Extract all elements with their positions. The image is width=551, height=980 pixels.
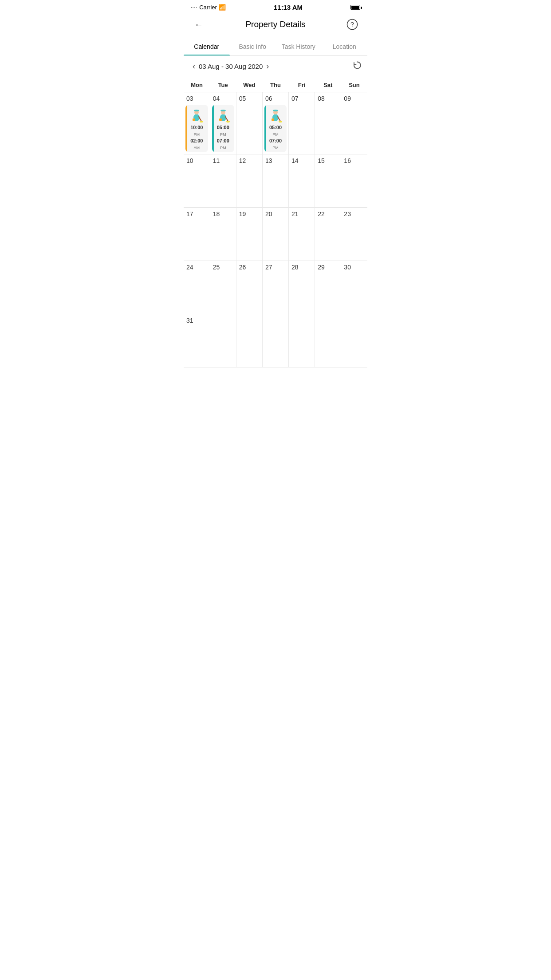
calendar-day-cell[interactable]: 12 [236,154,262,208]
calendar-day-cell[interactable] [236,314,262,368]
day-number: 17 [185,209,208,219]
calendar-day-cell[interactable]: 31 [184,314,210,368]
day-number: 21 [291,209,313,219]
calendar-day-cell[interactable]: 30 [341,261,367,314]
day-number [212,316,234,319]
calendar-week-row: 31 [184,314,367,368]
event-times: 05:00 PM 07:00 PM [214,124,232,150]
day-number: 13 [264,156,287,166]
tab-task-history[interactable]: Task History [276,38,322,55]
svg-point-13 [220,110,226,111]
day-number: 08 [317,94,339,104]
calendar-day-cell[interactable]: 28 [289,261,315,314]
event-card[interactable]: 05:00 PM 07:00 PM [212,105,234,152]
calendar-day-cell[interactable] [210,314,236,368]
calendar-day-cell[interactable]: 14 [289,154,315,208]
calendar-day-cell[interactable]: 09 [341,92,367,154]
tab-bar: Calendar Basic Info Task History Locatio… [184,38,367,56]
weekday-header-row: Mon Tue Wed Thu Fri Sat Sun [184,77,367,92]
calendar-day-cell[interactable]: 18 [210,208,236,261]
event-times: 10:00 PM 02:00 AM [188,124,206,150]
calendar-day-cell[interactable]: 13 [262,154,288,208]
calendar-day-cell[interactable] [262,314,288,368]
day-number: 15 [317,156,339,166]
status-bar-left: ···· Carrier 📶 [191,4,226,11]
calendar-day-cell[interactable] [289,314,315,368]
calendar-day-cell[interactable]: 24 [184,261,210,314]
day-number [317,316,339,319]
day-number: 27 [264,263,287,273]
tab-location[interactable]: Location [322,38,368,55]
calendar-week-row: 24252627282930 [184,261,367,314]
svg-rect-12 [219,119,222,121]
tab-calendar[interactable]: Calendar [184,38,230,55]
calendar-day-cell[interactable]: 15 [315,154,341,208]
day-number: 12 [238,156,260,166]
calendar-day-cell[interactable]: 04 05:00 PM [210,92,236,154]
next-month-button[interactable]: › [263,62,272,71]
calendar-table: Mon Tue Wed Thu Fri Sat Sun 03 [184,77,367,368]
tab-basic-info[interactable]: Basic Info [230,38,276,55]
calendar-day-cell[interactable]: 03 10:00 PM [184,92,210,154]
refresh-button[interactable] [352,60,362,72]
svg-rect-6 [193,119,195,121]
carrier-label: Carrier [199,4,217,11]
day-number: 28 [291,263,313,273]
calendar-day-cell[interactable]: 21 [289,208,315,261]
day-number: 09 [343,94,366,104]
header: ← Property Details ? [184,13,367,38]
day-number: 24 [185,263,208,273]
back-button[interactable]: ← [191,16,207,32]
day-number: 11 [212,156,234,166]
event-card[interactable]: 10:00 PM 02:00 AM [185,105,208,152]
weekday-tue: Tue [210,77,236,92]
calendar-day-cell[interactable]: 29 [315,261,341,314]
weekday-thu: Thu [262,77,288,92]
calendar-day-cell[interactable]: 06 05:00 PM [262,92,288,154]
svg-point-11 [226,121,230,122]
calendar-day-cell[interactable]: 16 [341,154,367,208]
signal-icon: ···· [191,5,197,10]
weekday-mon: Mon [184,77,210,92]
svg-point-17 [279,121,282,122]
calendar-day-cell[interactable] [315,314,341,368]
calendar-day-cell[interactable]: 25 [210,261,236,314]
day-number: 30 [343,263,366,273]
calendar-day-cell[interactable]: 10 [184,154,210,208]
day-number: 26 [238,263,260,273]
day-number: 05 [238,94,260,104]
calendar-day-cell[interactable]: 27 [262,261,288,314]
help-button[interactable]: ? [344,16,360,32]
calendar-day-cell[interactable]: 19 [236,208,262,261]
calendar-day-cell[interactable]: 05 [236,92,262,154]
svg-point-19 [273,110,278,111]
prev-month-button[interactable]: ‹ [189,62,199,71]
calendar-day-cell[interactable] [341,314,367,368]
wifi-icon: 📶 [219,4,226,11]
day-number: 31 [185,316,208,326]
weekday-wed: Wed [236,77,262,92]
weekday-fri: Fri [289,77,315,92]
calendar-day-cell[interactable]: 22 [315,208,341,261]
time-label: 11:13 AM [274,4,303,11]
day-number: 06 [264,94,287,104]
calendar-day-cell[interactable]: 11 [210,154,236,208]
day-number: 18 [212,209,234,219]
calendar-day-cell[interactable]: 08 [315,92,341,154]
event-card[interactable]: 05:00 PM 07:00 PM [264,105,287,152]
battery-icon [350,5,360,10]
calendar-day-cell[interactable]: 23 [341,208,367,261]
day-number [343,316,366,319]
svg-point-5 [200,121,203,122]
calendar-day-cell[interactable]: 26 [236,261,262,314]
calendar-week-row: 17181920212223 [184,208,367,261]
calendar-day-cell[interactable]: 07 [289,92,315,154]
svg-text:?: ? [350,21,354,28]
day-number: 22 [317,209,339,219]
cleaner-icon [215,107,231,123]
status-bar: ···· Carrier 📶 11:13 AM [184,0,367,13]
page-title: Property Details [207,20,344,29]
calendar-day-cell[interactable]: 17 [184,208,210,261]
calendar-day-cell[interactable]: 20 [262,208,288,261]
day-number: 03 [185,94,208,104]
